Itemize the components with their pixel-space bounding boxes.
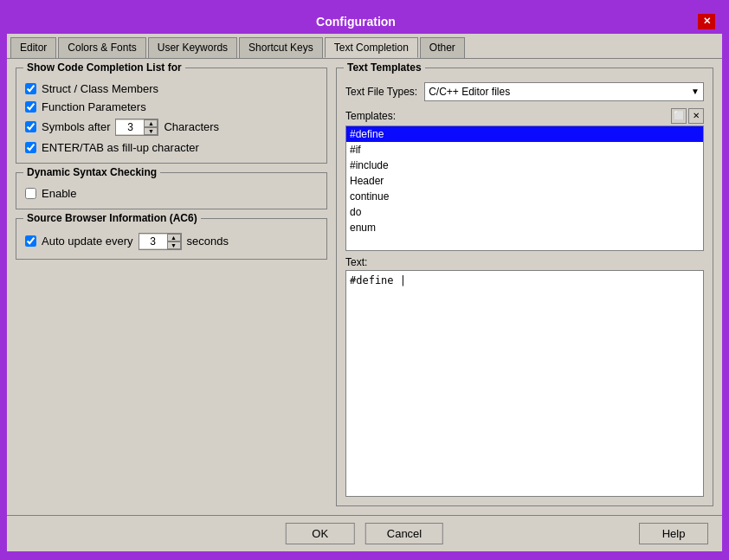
file-types-row: Text File Types: C/C++ Editor files ▼ [345, 82, 704, 101]
auto-update-row: Auto update every ▲ ▼ seconds [25, 233, 318, 250]
configuration-dialog: Configuration ✕ Editor Colors & Fonts Us… [5, 8, 724, 553]
tab-other[interactable]: Other [420, 37, 465, 58]
center-buttons: OK Cancel [286, 523, 443, 544]
delete-template-button[interactable]: ✕ [688, 108, 704, 124]
enter-tab-checkbox[interactable] [25, 142, 36, 153]
symbols-down-button[interactable]: ▼ [144, 127, 158, 135]
enable-row: Enable [25, 187, 318, 200]
delete-template-icon: ✕ [693, 111, 700, 120]
close-button[interactable]: ✕ [698, 14, 715, 29]
function-params-checkbox[interactable] [25, 101, 36, 113]
struct-class-checkbox[interactable] [25, 83, 36, 94]
content-area: Show Code Completion List for Struct / C… [7, 59, 722, 515]
template-item-include[interactable]: #include [346, 158, 703, 173]
add-template-button[interactable]: ⬜ [671, 108, 687, 124]
auto-update-value-input[interactable] [139, 235, 167, 248]
template-item-if[interactable]: #if [346, 142, 703, 158]
enable-checkbox[interactable] [25, 188, 36, 199]
source-browser-content: Auto update every ▲ ▼ seconds [25, 233, 318, 250]
symbols-after-row: Symbols after ▲ ▼ Characters [25, 119, 318, 136]
source-browser-label: Source Browser Information (AC6) [23, 212, 201, 224]
symbols-up-button[interactable]: ▲ [144, 119, 158, 127]
tab-colors-fonts[interactable]: Colors & Fonts [58, 37, 145, 58]
show-code-completion-group: Show Code Completion List for Struct / C… [16, 68, 327, 164]
templates-header: Templates: ⬜ ✕ [345, 108, 704, 124]
symbols-spinner: ▲ ▼ [115, 119, 158, 136]
tab-text-completion[interactable]: Text Completion [325, 37, 418, 58]
function-params-label: Function Parameters [42, 100, 146, 113]
symbols-after-label: Symbols after [42, 120, 110, 133]
symbols-after-checkbox[interactable] [25, 121, 36, 132]
struct-class-label: Struct / Class Members [42, 82, 158, 95]
template-item-enum[interactable]: enum [346, 220, 703, 235]
text-content-area[interactable]: #define | [345, 270, 704, 497]
tab-editor[interactable]: Editor [10, 37, 56, 58]
template-icons: ⬜ ✕ [671, 108, 704, 124]
enter-tab-row: ENTER/TAB as fill-up character [25, 141, 318, 154]
templates-list[interactable]: #define #if #include Header continue do … [345, 126, 704, 251]
auto-update-down-button[interactable]: ▼ [167, 241, 181, 249]
tab-shortcut-keys[interactable]: Shortcut Keys [239, 37, 323, 58]
symbols-spinner-buttons: ▲ ▼ [144, 119, 158, 135]
auto-update-checkbox[interactable] [25, 235, 36, 247]
dynamic-syntax-content: Enable [25, 187, 318, 200]
auto-update-up-button[interactable]: ▲ [167, 234, 181, 241]
right-panel: Text Templates Text File Types: C/C++ Ed… [336, 68, 713, 506]
tab-user-keywords[interactable]: User Keywords [148, 37, 237, 58]
templates-list-label: Templates: [345, 110, 396, 122]
enter-tab-label: ENTER/TAB as fill-up character [42, 141, 199, 154]
file-types-value: C/C++ Editor files [429, 86, 510, 98]
auto-update-spinner: ▲ ▼ [139, 233, 182, 250]
template-item-do[interactable]: do [346, 204, 703, 220]
characters-label: Characters [164, 120, 219, 133]
text-content-value: #define | [350, 274, 406, 286]
file-types-label: Text File Types: [345, 86, 417, 98]
source-browser-group: Source Browser Information (AC6) Auto up… [16, 218, 327, 260]
dynamic-syntax-group: Dynamic Syntax Checking Enable [16, 172, 327, 209]
cancel-button[interactable]: Cancel [365, 523, 443, 544]
seconds-label: seconds [187, 235, 229, 248]
symbols-value-input[interactable] [116, 120, 144, 134]
title-bar: Configuration ✕ [7, 10, 722, 34]
bottom-bar: OK Cancel Help [7, 515, 722, 551]
tab-bar: Editor Colors & Fonts User Keywords Shor… [7, 34, 722, 59]
template-item-define[interactable]: #define [346, 126, 703, 142]
add-template-icon: ⬜ [674, 111, 684, 120]
auto-update-spinner-buttons: ▲ ▼ [167, 234, 181, 249]
template-item-continue[interactable]: continue [346, 189, 703, 204]
left-panel: Show Code Completion List for Struct / C… [16, 68, 327, 506]
struct-class-row: Struct / Class Members [25, 82, 318, 95]
dialog-title: Configuration [14, 15, 698, 29]
text-templates-label: Text Templates [344, 61, 425, 74]
show-code-completion-content: Struct / Class Members Function Paramete… [25, 82, 318, 154]
help-button[interactable]: Help [639, 523, 708, 544]
dropdown-arrow-icon: ▼ [691, 87, 700, 96]
show-code-completion-label: Show Code Completion List for [23, 61, 185, 74]
file-types-dropdown[interactable]: C/C++ Editor files ▼ [424, 82, 704, 101]
dynamic-syntax-label: Dynamic Syntax Checking [23, 166, 160, 178]
bottom-bar-inner: OK Cancel Help [21, 523, 708, 544]
function-params-row: Function Parameters [25, 100, 318, 113]
enable-label: Enable [42, 187, 76, 200]
text-section-label: Text: [345, 256, 704, 268]
auto-update-label: Auto update every [42, 235, 133, 248]
template-item-header[interactable]: Header [346, 173, 703, 189]
text-templates-group: Text Templates Text File Types: C/C++ Ed… [336, 68, 713, 506]
ok-button[interactable]: OK [286, 523, 355, 544]
